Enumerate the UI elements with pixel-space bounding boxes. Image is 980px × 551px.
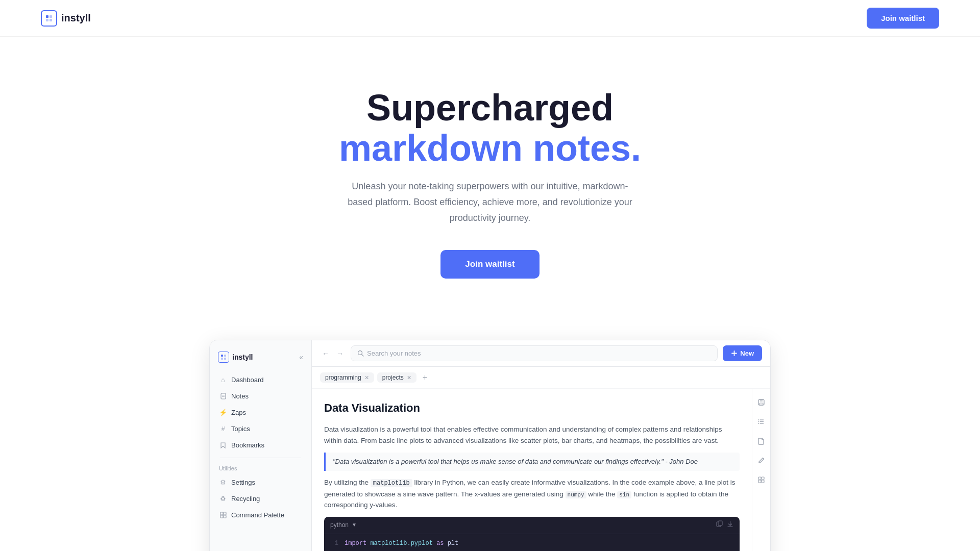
sidebar-recycling-label: Recycling bbox=[231, 495, 260, 503]
svg-rect-7 bbox=[224, 358, 226, 360]
sidebar-item-topics[interactable]: # Topics bbox=[214, 421, 307, 436]
editor-blockquote: "Data visualization is a powerful tool t… bbox=[324, 453, 740, 471]
logo-text: instyll bbox=[61, 12, 91, 24]
sidebar-divider bbox=[220, 458, 301, 458]
hero-title: Supercharged markdown notes. bbox=[10, 88, 970, 168]
editor-file-button[interactable] bbox=[754, 434, 769, 448]
svg-rect-14 bbox=[224, 515, 226, 518]
tag-programming-label: programming bbox=[325, 374, 361, 381]
svg-point-29 bbox=[758, 419, 760, 420]
sidebar-item-settings[interactable]: ⚙ Settings bbox=[214, 474, 307, 490]
sidebar-nav: ⌂ Dashboard Notes ⚡ Zaps # Topics bbox=[210, 372, 311, 551]
svg-rect-24 bbox=[760, 399, 763, 402]
inline-code-numpy: numpy bbox=[566, 491, 586, 498]
svg-rect-34 bbox=[758, 480, 761, 483]
sidebar: instyll « ⌂ Dashboard Notes ⚡ Zaps bbox=[210, 340, 312, 551]
svg-rect-3 bbox=[50, 19, 52, 21]
sidebar-logo-text: instyll bbox=[232, 353, 253, 361]
palette-icon bbox=[219, 511, 227, 519]
sidebar-item-label: Dashboard bbox=[231, 376, 264, 384]
code-lang-label: python bbox=[330, 520, 349, 530]
zap-icon: ⚡ bbox=[219, 408, 227, 416]
svg-rect-32 bbox=[758, 477, 761, 480]
editor-content[interactable]: Data Visualization Data visualization is… bbox=[312, 389, 752, 551]
sidebar-item-command-palette[interactable]: Command Palette bbox=[214, 507, 307, 522]
nav-join-waitlist-button[interactable]: Join waitlist bbox=[867, 8, 939, 29]
svg-rect-6 bbox=[221, 358, 223, 360]
forward-arrow-button[interactable]: → bbox=[334, 348, 346, 359]
tag-programming[interactable]: programming ✕ bbox=[320, 372, 374, 383]
code-line-2: 2 import numpy as np bbox=[324, 549, 740, 551]
tag-programming-close[interactable]: ✕ bbox=[364, 374, 369, 381]
sidebar-logo-row: instyll « bbox=[210, 348, 311, 372]
svg-rect-2 bbox=[46, 19, 48, 21]
tag-projects[interactable]: projects ✕ bbox=[377, 372, 416, 383]
editor-list-button[interactable] bbox=[754, 414, 769, 429]
grid-icon: # bbox=[219, 424, 227, 433]
editor-paragraph-1: Data visualization is a powerful tool th… bbox=[324, 424, 740, 446]
svg-rect-35 bbox=[762, 480, 764, 483]
svg-rect-13 bbox=[220, 515, 223, 518]
main-toolbar: ← → Search your notes New bbox=[312, 340, 770, 367]
back-arrow-button[interactable]: ← bbox=[320, 348, 331, 359]
logo[interactable]: instyll bbox=[41, 10, 91, 27]
plus-icon bbox=[731, 350, 738, 357]
editor-save-button[interactable] bbox=[754, 395, 769, 409]
code-block: python ▼ bbox=[324, 517, 740, 551]
sidebar-topics-label: Topics bbox=[231, 425, 250, 433]
hero-subtitle: Unleash your note-taking superpowers wit… bbox=[347, 179, 633, 226]
svg-rect-20 bbox=[718, 521, 722, 525]
svg-rect-1 bbox=[50, 15, 52, 18]
nav-arrows: ← → bbox=[320, 348, 346, 359]
search-icon bbox=[357, 350, 364, 357]
app-mockup: instyll « ⌂ Dashboard Notes ⚡ Zaps bbox=[209, 340, 771, 551]
svg-point-30 bbox=[758, 421, 760, 422]
sidebar-item-zaps[interactable]: ⚡ Zaps bbox=[214, 405, 307, 420]
house-icon: ⌂ bbox=[219, 375, 227, 384]
new-note-button[interactable]: New bbox=[723, 345, 762, 361]
inline-code-sin: sin bbox=[617, 491, 631, 498]
sidebar-item-dashboard[interactable]: ⌂ Dashboard bbox=[214, 372, 307, 387]
hero-section: Supercharged markdown notes. Unleash you… bbox=[0, 37, 980, 309]
tag-add-button[interactable]: + bbox=[420, 372, 430, 383]
sidebar-item-recycling[interactable]: ♻ Recycling bbox=[214, 491, 307, 506]
note-title: Data Visualization bbox=[324, 399, 740, 417]
search-placeholder: Search your notes bbox=[367, 349, 421, 357]
recycle-icon: ♻ bbox=[219, 494, 227, 503]
sidebar-logo-icon bbox=[218, 352, 229, 363]
sidebar-collapse-button[interactable]: « bbox=[299, 353, 303, 361]
code-actions bbox=[716, 520, 733, 531]
hero-join-waitlist-button[interactable]: Join waitlist bbox=[440, 250, 539, 279]
code-lines: 1 import matplotlib.pyplot as plt 2 impo… bbox=[324, 534, 740, 552]
svg-line-16 bbox=[362, 355, 364, 357]
download-code-button[interactable] bbox=[727, 520, 733, 531]
hero-title-line1: Supercharged bbox=[366, 87, 614, 128]
sidebar-item-bookmarks[interactable]: Bookmarks bbox=[214, 437, 307, 453]
tag-projects-close[interactable]: ✕ bbox=[407, 374, 411, 381]
file-icon bbox=[219, 392, 227, 400]
tags-row: programming ✕ projects ✕ + bbox=[312, 367, 770, 389]
editor-right-bar: » bbox=[752, 389, 770, 551]
mockup-wrapper: instyll « ⌂ Dashboard Notes ⚡ Zaps bbox=[0, 309, 980, 551]
main-content: ← → Search your notes New programming ✕ bbox=[312, 340, 770, 551]
sidebar-item-notes[interactable]: Notes bbox=[214, 388, 307, 404]
editor-pen-button[interactable] bbox=[754, 453, 769, 467]
sidebar-zaps-label: Zaps bbox=[231, 409, 246, 416]
svg-rect-11 bbox=[220, 512, 223, 515]
new-btn-label: New bbox=[740, 349, 754, 357]
search-bar[interactable]: Search your notes bbox=[351, 345, 718, 361]
svg-point-31 bbox=[758, 423, 760, 424]
hero-title-mark: mark bbox=[339, 128, 427, 168]
svg-rect-0 bbox=[46, 15, 48, 18]
editor-wrapper: Data Visualization Data visualization is… bbox=[312, 389, 770, 551]
code-block-header: python ▼ bbox=[324, 517, 740, 534]
code-lang-dropdown[interactable]: ▼ bbox=[352, 521, 357, 529]
sidebar-utilities-label: Utilities bbox=[214, 463, 307, 474]
editor-grid-button[interactable] bbox=[754, 472, 769, 487]
sidebar-bookmarks-label: Bookmarks bbox=[231, 441, 264, 449]
copy-code-button[interactable] bbox=[716, 520, 723, 531]
sidebar-logo: instyll bbox=[218, 352, 253, 363]
hero-title-colored: markdown notes. bbox=[339, 128, 641, 168]
sidebar-command-palette-label: Command Palette bbox=[231, 511, 284, 519]
svg-rect-12 bbox=[224, 512, 226, 515]
